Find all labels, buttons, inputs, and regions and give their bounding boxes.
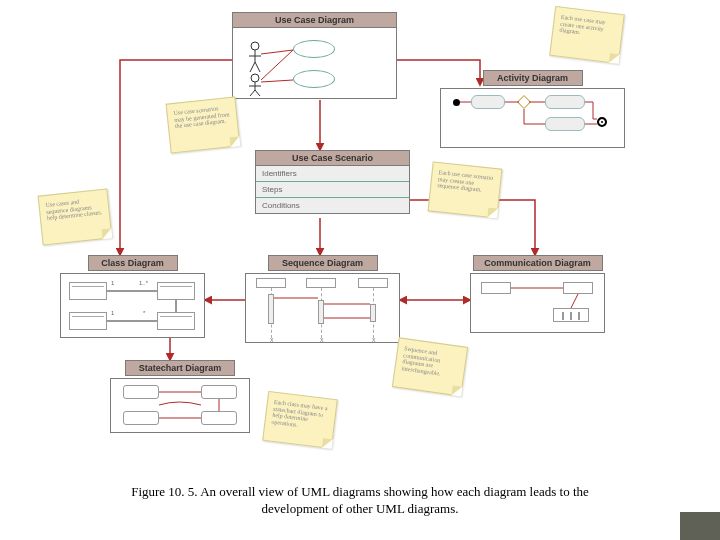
- note-text: Each use case scenario may create one se…: [437, 169, 494, 193]
- class-diagram: Class Diagram 1 1..* 1 *: [60, 255, 205, 338]
- use-case-scenario: Use Case Scenario Identifiers Steps Cond…: [255, 150, 410, 214]
- note-scenario: Use case scenarios may be generated from…: [166, 96, 241, 153]
- multiplicity: 1: [111, 280, 114, 286]
- note-text: Use case scenarios may be generated from…: [173, 105, 229, 129]
- note-text: Use cases and sequence diagrams help det…: [45, 199, 102, 222]
- note-sequence: Each use case scenario may create one se…: [428, 161, 503, 218]
- svg-point-1: [251, 74, 259, 82]
- statechart-diagram: Statechart Diagram: [110, 360, 250, 433]
- diagram-title: Communication Diagram: [473, 255, 603, 271]
- scenario-row: Identifiers: [256, 166, 409, 182]
- svg-line-15: [571, 294, 578, 308]
- caption-line: Figure 10. 5. An overall view of UML dia…: [131, 484, 589, 499]
- use-case-diagram: Use Case Diagram: [232, 12, 397, 99]
- diagram-title: Use Case Scenario: [256, 151, 409, 166]
- svg-text:x: x: [372, 336, 376, 343]
- scenario-row: Conditions: [256, 198, 409, 213]
- note-activity: Each use case may create one activity di…: [549, 6, 625, 64]
- figure-caption: Figure 10. 5. An overall view of UML dia…: [0, 483, 720, 518]
- svg-line-4: [261, 80, 293, 82]
- corner-decoration: [680, 512, 720, 540]
- communication-diagram: Communication Diagram: [470, 255, 605, 333]
- scenario-row: Steps: [256, 182, 409, 198]
- diagram-title: Use Case Diagram: [233, 13, 396, 28]
- svg-line-3: [261, 50, 293, 80]
- multiplicity: 1: [111, 310, 114, 316]
- svg-text:x: x: [270, 336, 274, 343]
- note-classes: Use cases and sequence diagrams help det…: [38, 188, 113, 245]
- diagram-title: Activity Diagram: [483, 70, 583, 86]
- diagram-title: Class Diagram: [88, 255, 178, 271]
- activity-diagram: Activity Diagram: [440, 70, 625, 148]
- multiplicity: *: [143, 310, 145, 316]
- diagram-title: Sequence Diagram: [268, 255, 378, 271]
- svg-point-0: [251, 42, 259, 50]
- note-communication: Sequence and communication diagrams are …: [392, 337, 468, 396]
- multiplicity: 1..*: [139, 280, 148, 286]
- caption-line: development of other UML diagrams.: [262, 501, 459, 516]
- svg-text:x: x: [320, 336, 324, 343]
- note-text: Each class may have a statechart diagram…: [271, 399, 328, 428]
- note-statechart: Each class may have a statechart diagram…: [262, 391, 338, 449]
- note-text: Each use case may create one activity di…: [559, 14, 606, 36]
- svg-line-2: [261, 50, 293, 54]
- sequence-diagram: Sequence Diagram xxx: [245, 255, 400, 343]
- note-text: Sequence and communication diagrams are …: [401, 345, 441, 376]
- diagram-title: Statechart Diagram: [125, 360, 235, 376]
